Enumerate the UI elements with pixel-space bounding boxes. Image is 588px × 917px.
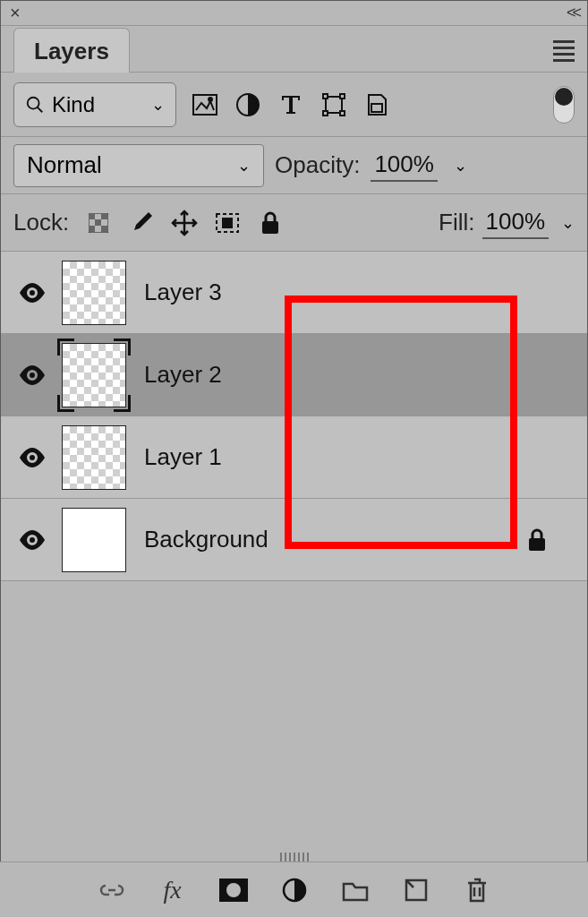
- layer-name[interactable]: Layer 2: [144, 361, 222, 389]
- layers-list: Layer 3 Layer 2 Layer 1 Background: [1, 252, 587, 581]
- svg-rect-16: [101, 226, 107, 232]
- filter-kind-select[interactable]: Kind ⌄: [13, 82, 176, 127]
- layer-style-icon[interactable]: fx: [158, 876, 187, 904]
- svg-point-0: [28, 97, 39, 108]
- lock-icons: [85, 210, 284, 236]
- svg-rect-2: [193, 95, 217, 115]
- chevron-down-icon[interactable]: ⌄: [561, 213, 575, 233]
- eye-icon: [19, 365, 46, 385]
- blend-row: Normal ⌄ Opacity: 100% ⌄: [1, 137, 587, 194]
- opacity-value[interactable]: 100%: [371, 149, 438, 182]
- svg-rect-15: [89, 226, 95, 232]
- visibility-toggle[interactable]: [13, 439, 51, 476]
- layer-thumbnail[interactable]: [62, 343, 126, 407]
- svg-point-28: [226, 883, 241, 897]
- filter-row: Kind ⌄: [1, 73, 587, 137]
- collapse-icon[interactable]: <<: [567, 4, 578, 22]
- svg-rect-9: [340, 111, 345, 116]
- new-layer-icon[interactable]: [402, 876, 430, 904]
- svg-rect-10: [371, 104, 382, 112]
- search-icon: [25, 95, 45, 115]
- layer-thumbnail[interactable]: [62, 261, 126, 325]
- titlebar: × <<: [1, 1, 587, 26]
- svg-rect-26: [529, 538, 545, 551]
- lock-label: Lock:: [13, 209, 69, 236]
- filter-kind-label: Kind: [52, 92, 95, 117]
- svg-rect-14: [95, 219, 101, 226]
- svg-point-3: [209, 98, 212, 101]
- new-group-icon[interactable]: [341, 876, 370, 904]
- blend-mode-value: Normal: [27, 151, 102, 179]
- resize-grip[interactable]: [280, 853, 309, 861]
- tab-layers[interactable]: Layers: [13, 28, 130, 73]
- layers-panel: × << Layers Kind ⌄: [0, 0, 588, 917]
- svg-rect-21: [262, 221, 278, 234]
- toggle-knob: [555, 88, 573, 106]
- visibility-toggle[interactable]: [13, 521, 51, 559]
- adjustment-layer-icon[interactable]: [280, 876, 309, 904]
- svg-rect-12: [89, 213, 95, 219]
- layer-name[interactable]: Layer 1: [144, 443, 222, 471]
- filter-pixel-icon[interactable]: [191, 90, 219, 119]
- filter-shape-icon[interactable]: [320, 90, 348, 119]
- tab-label: Layers: [34, 38, 109, 64]
- layer-row[interactable]: Layer 2: [1, 334, 587, 416]
- lock-brush-icon[interactable]: [128, 210, 155, 236]
- add-mask-icon[interactable]: [219, 876, 248, 904]
- layer-name[interactable]: Background: [144, 526, 268, 553]
- layer-thumbnail[interactable]: [62, 425, 126, 490]
- svg-rect-7: [340, 94, 345, 99]
- lock-transparency-icon[interactable]: [85, 210, 112, 236]
- chevron-down-icon: ⌄: [237, 156, 251, 176]
- lock-position-icon[interactable]: [171, 210, 198, 236]
- delete-layer-icon[interactable]: [463, 876, 491, 904]
- tab-bar: Layers: [1, 26, 587, 73]
- fill-value[interactable]: 100%: [482, 206, 550, 239]
- layer-row[interactable]: Background: [1, 499, 587, 581]
- filter-adjustment-icon[interactable]: [234, 90, 262, 119]
- link-layers-icon[interactable]: [98, 876, 126, 904]
- layer-row[interactable]: Layer 3: [1, 252, 587, 334]
- svg-rect-13: [101, 213, 107, 219]
- fill-label: Fill:: [439, 209, 474, 236]
- eye-icon: [19, 283, 46, 303]
- lock-artboard-icon[interactable]: [214, 210, 241, 236]
- filter-toggle[interactable]: [553, 86, 575, 124]
- filter-type-icon[interactable]: [277, 90, 305, 119]
- visibility-toggle[interactable]: [13, 356, 51, 394]
- layer-thumbnail[interactable]: [62, 508, 126, 572]
- opacity-label: Opacity:: [275, 151, 360, 179]
- svg-point-23: [30, 373, 35, 378]
- svg-rect-20: [223, 219, 232, 227]
- fill-group: Fill: 100% ⌄: [439, 206, 575, 239]
- layer-name[interactable]: Layer 3: [144, 279, 222, 306]
- filter-smartobject-icon[interactable]: [362, 90, 391, 119]
- chevron-down-icon: ⌄: [151, 95, 165, 115]
- blend-mode-select[interactable]: Normal ⌄: [13, 144, 264, 187]
- close-icon[interactable]: ×: [10, 3, 21, 23]
- eye-icon: [19, 448, 46, 467]
- svg-rect-8: [323, 111, 328, 116]
- eye-icon: [19, 530, 46, 550]
- svg-line-1: [38, 107, 43, 112]
- lock-all-icon[interactable]: [257, 210, 284, 236]
- visibility-toggle[interactable]: [13, 274, 51, 312]
- layer-row[interactable]: Layer 1: [1, 416, 587, 499]
- svg-point-25: [30, 537, 35, 543]
- bottom-toolbar: fx: [0, 861, 588, 917]
- lock-row: Lock: Fill: 100% ⌄: [1, 194, 587, 252]
- chevron-down-icon[interactable]: ⌄: [454, 156, 467, 176]
- svg-rect-6: [323, 94, 328, 99]
- svg-point-22: [30, 290, 35, 296]
- panel-menu-icon[interactable]: [553, 37, 575, 65]
- svg-point-24: [30, 455, 35, 460]
- lock-icon: [526, 528, 548, 552]
